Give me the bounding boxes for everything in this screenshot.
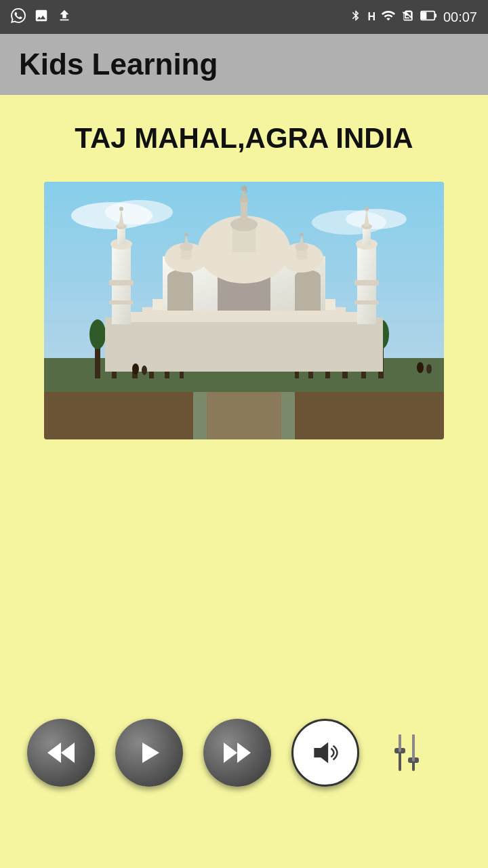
status-right-icons: H 00:07	[350, 8, 477, 26]
status-bar: H 00:07	[0, 0, 488, 34]
bluetooth-icon	[350, 8, 362, 26]
controls-area	[0, 719, 488, 787]
sound-button[interactable]	[291, 719, 359, 787]
svg-point-5	[105, 200, 173, 224]
svg-rect-39	[109, 280, 134, 285]
svg-rect-48	[354, 300, 379, 304]
network-icon	[381, 8, 396, 26]
battery-icon	[420, 8, 438, 26]
svg-point-82	[417, 362, 424, 373]
svg-marker-87	[224, 743, 237, 763]
svg-point-83	[426, 364, 432, 374]
landmark-image: ☽	[44, 182, 444, 439]
svg-point-72	[300, 233, 304, 237]
svg-point-53	[365, 207, 369, 211]
rewind-button[interactable]	[27, 719, 95, 787]
play-button[interactable]	[115, 719, 183, 787]
app-bar: Kids Learning	[0, 34, 488, 95]
svg-rect-40	[109, 300, 134, 304]
svg-marker-88	[237, 743, 251, 763]
equalizer-button[interactable]	[380, 726, 434, 780]
svg-marker-86	[142, 743, 159, 763]
no-sim-icon	[401, 8, 415, 26]
svg-text:☽: ☽	[242, 187, 248, 195]
whatsapp-icon	[11, 8, 26, 26]
svg-point-81	[142, 366, 147, 375]
landmark-title: TAJ MAHAL,AGRA INDIA	[75, 122, 413, 155]
status-time: 00:07	[443, 9, 477, 25]
signal-icon: H	[367, 11, 375, 23]
svg-rect-1	[434, 14, 436, 18]
svg-rect-76	[241, 202, 247, 225]
fast-forward-button[interactable]	[203, 719, 271, 787]
svg-point-45	[119, 207, 123, 211]
upload-icon	[57, 8, 72, 26]
svg-rect-47	[354, 280, 379, 285]
svg-marker-89	[314, 743, 328, 764]
image-icon	[34, 8, 49, 26]
app-title: Kids Learning	[19, 47, 218, 81]
svg-point-67	[185, 233, 188, 237]
svg-rect-2	[422, 12, 426, 19]
svg-marker-85	[61, 743, 75, 763]
svg-point-13	[89, 319, 106, 349]
svg-point-7	[346, 209, 407, 229]
svg-point-80	[132, 363, 139, 374]
svg-rect-36	[105, 317, 383, 372]
svg-marker-84	[47, 743, 61, 763]
status-left-icons	[11, 8, 72, 26]
